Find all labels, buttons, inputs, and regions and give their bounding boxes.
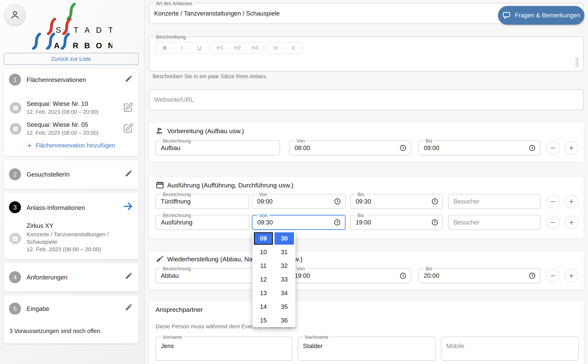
time-picker-hour-option[interactable]: 13 xyxy=(254,287,273,299)
clock-icon[interactable] xyxy=(529,144,536,151)
time-picker-minute-option[interactable]: 31 xyxy=(274,246,294,258)
ausfuehrung-row1-besucher-field xyxy=(448,194,541,209)
ausfuehrung-row1-bezeichnung-field: Bezeichnung xyxy=(156,194,249,209)
h1-button[interactable]: H1 xyxy=(212,42,229,53)
bullet-list-button[interactable] xyxy=(267,42,284,53)
clock-icon[interactable] xyxy=(431,198,438,205)
broom-icon xyxy=(156,255,164,263)
avatar-button[interactable] xyxy=(5,5,26,26)
bold-button[interactable]: B xyxy=(156,42,174,53)
ausfuehrung-row1-add-button[interactable]: + xyxy=(565,195,578,208)
time-picker-hour-option[interactable]: 15 xyxy=(254,314,273,327)
vorbereitung-bis-field: Bis xyxy=(419,141,540,156)
step-card-flaechenreservationen: 1 Flächenreservationen Seequai: Wiese Nr… xyxy=(4,69,139,156)
clock-icon[interactable] xyxy=(334,219,341,226)
vorbereitung-title: Vorbereitung (Aufbau usw.) xyxy=(167,127,244,135)
ausfuehrung-row2-besucher-input[interactable] xyxy=(453,215,535,229)
time-picker-hour-option[interactable]: 09 xyxy=(254,232,273,245)
step-2-number: 2 xyxy=(9,168,21,180)
ausfuehrung-row2-von-input[interactable] xyxy=(257,215,328,229)
edit-step-1-button[interactable] xyxy=(125,74,133,83)
edit-step-2-button[interactable] xyxy=(125,169,133,177)
time-picker-minute-option[interactable]: 35 xyxy=(274,301,294,313)
heading-group: H1 H2 H3 xyxy=(211,42,264,54)
edit-reservation-2-button[interactable] xyxy=(123,123,133,134)
ansprechpartner-card: Ansprechpartner Diese Person muss währen… xyxy=(149,301,584,364)
time-picker-hour-option[interactable]: 11 xyxy=(254,260,273,272)
questions-remarks-button[interactable]: Fragen & Bemerkungen xyxy=(498,6,584,25)
time-picker-dropdown: 09 10 11 12 13 14 15 30 31 32 33 34 35 3… xyxy=(252,231,295,327)
beschreibung-label: Beschreibung xyxy=(154,33,188,40)
vorbereitung-bezeichnung-input[interactable] xyxy=(161,141,275,155)
ausfuehrung-row1-besucher-input[interactable] xyxy=(453,194,535,208)
ausfuehrung-row1-von-input[interactable] xyxy=(257,194,328,208)
go-to-step-3-arrow[interactable] xyxy=(122,201,133,212)
plus-icon: + xyxy=(27,143,32,148)
wiederherstellung-bis-input[interactable] xyxy=(424,269,523,283)
clock-icon[interactable] xyxy=(399,144,407,151)
vorname-input[interactable] xyxy=(161,337,287,355)
step-card-anlass-informationen: 3 Anlass-Informationen Zirkus XY Konzert… xyxy=(4,193,139,259)
vorbereitung-von-field: Von xyxy=(289,141,411,156)
ausfuehrung-row2-von-field-focused: Von xyxy=(252,215,346,230)
vorbereitung-add-button[interactable]: + xyxy=(565,141,578,155)
pencil-icon xyxy=(125,272,133,280)
event-category-line1: Konzerte / Tanzveranstaltungen / xyxy=(27,231,109,238)
editor-scrollbar[interactable] xyxy=(575,57,578,67)
h3-button[interactable]: H3 xyxy=(246,42,263,53)
reservation-title: Seequai: Wiese Nr. 05 xyxy=(27,121,88,128)
italic-button[interactable]: I xyxy=(174,42,191,53)
questions-remarks-label: Fragen & Bemerkungen xyxy=(515,12,580,19)
wiederherstellung-von-input[interactable] xyxy=(294,269,394,283)
wiederherstellung-remove-button[interactable]: − xyxy=(546,269,560,282)
ausfuehrung-row2-bis-input[interactable] xyxy=(356,215,426,229)
webseite-input[interactable] xyxy=(154,90,578,110)
time-picker-minute-option[interactable]: 34 xyxy=(274,287,294,299)
person-icon xyxy=(10,10,20,20)
edit-step-4-button[interactable] xyxy=(125,272,133,280)
clock-icon[interactable] xyxy=(529,272,536,279)
ausfuehrung-row1-bis-input[interactable] xyxy=(356,194,426,208)
underline-button[interactable]: U xyxy=(191,42,208,53)
back-to-list-button[interactable]: Zurück zur Liste xyxy=(4,53,139,65)
ausfuehrung-row1-remove-button[interactable]: − xyxy=(546,195,560,208)
wiederherstellung-add-button[interactable]: + xyxy=(565,269,578,282)
mobile-input[interactable] xyxy=(446,337,573,355)
h2-button[interactable]: H2 xyxy=(229,42,246,53)
beschreibung-helper: Beschreiben Sie in ein paar Sätze Ihren … xyxy=(153,73,267,79)
vorbereitung-bezeichnung-field: Bezeichnung xyxy=(156,141,280,156)
ausfuehrung-row2-bezeichnung-input[interactable] xyxy=(161,215,244,229)
time-picker-hour-option[interactable]: 14 xyxy=(254,301,273,313)
time-picker-hour-option[interactable]: 10 xyxy=(254,246,273,258)
clock-icon[interactable] xyxy=(399,272,407,279)
ausfuehrung-row1-bezeichnung-input[interactable] xyxy=(161,194,244,208)
step-2-label: GesuchstellerIn xyxy=(27,171,69,178)
edit-square-icon xyxy=(123,102,133,113)
construction-icon xyxy=(156,127,164,135)
event-form-app: S T A D T A R B O N Zurück zur Liste 1 F… xyxy=(0,0,588,364)
add-reservation-link[interactable]: + Flächenreservation hinzufügen xyxy=(4,142,139,149)
vorbereitung-bis-input[interactable] xyxy=(424,141,523,155)
clock-icon[interactable] xyxy=(334,198,341,205)
calendar-icon xyxy=(10,102,21,114)
time-picker-minute-option[interactable]: 33 xyxy=(274,273,294,286)
edit-step-5-button[interactable] xyxy=(125,303,133,311)
ausfuehrung-card: Ausführung (Aufführung, Durchführung usw… xyxy=(149,177,584,239)
time-picker-hour-option[interactable]: 12 xyxy=(254,273,273,286)
vorbereitung-remove-button[interactable]: − xyxy=(546,141,560,155)
clock-icon[interactable] xyxy=(431,219,438,226)
time-picker-minute-option[interactable]: 36 xyxy=(274,314,294,327)
nachname-input[interactable] xyxy=(303,337,430,355)
svg-text:3: 3 xyxy=(291,48,292,50)
edit-reservation-1-button[interactable] xyxy=(123,102,133,113)
time-picker-minute-option[interactable]: 32 xyxy=(274,260,294,272)
reservation-title: Seequai: Wiese Nr. 10 xyxy=(27,100,88,107)
ausfuehrung-row2-remove-button[interactable]: − xyxy=(546,216,560,229)
vorbereitung-von-input[interactable] xyxy=(294,141,394,155)
arrow-right-icon xyxy=(122,201,133,212)
numbered-list-button[interactable]: 123 xyxy=(284,42,302,53)
ausfuehrung-row2-bezeichnung-field: Bezeichnung xyxy=(156,215,249,230)
ausfuehrung-row2-add-button[interactable]: + xyxy=(565,216,578,229)
event-icon xyxy=(9,233,21,244)
time-picker-minute-option[interactable]: 30 xyxy=(274,232,294,245)
